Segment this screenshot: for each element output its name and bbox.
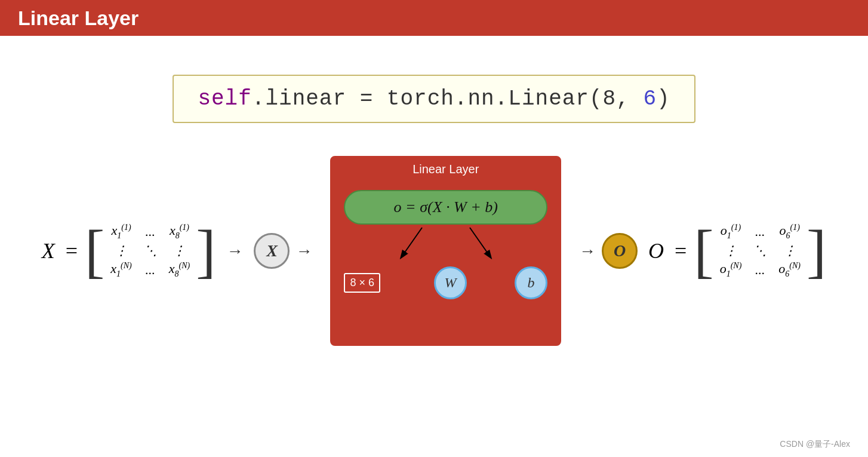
code-linear-attr: linear — [265, 87, 346, 111]
matrix-grid: x1(1) ... x8(1) ⋮ ⋱ ⋮ x1(N) ... x8(N) — [104, 219, 196, 282]
svg-line-1 — [470, 228, 491, 257]
code-self: self — [198, 87, 251, 111]
matrix-r2c3: ⋮ — [169, 243, 190, 259]
out-r1c3: o6(1) — [778, 223, 801, 241]
code-torch: torch — [387, 87, 454, 111]
w-node-label: W — [445, 275, 457, 291]
x-node-label: X — [266, 241, 278, 260]
code-paren-open: ( — [589, 87, 603, 111]
out-r1c1: o1(1) — [720, 223, 742, 241]
matrix-r3c1: x1(N) — [110, 261, 131, 279]
linear-layer-title: Linear Layer — [332, 158, 559, 181]
input-matrix: [ x1(1) ... x8(1) ⋮ ⋱ ⋮ x1(N) ... x8(N) … — [85, 219, 216, 282]
code-nn: nn — [468, 87, 495, 111]
arrow-into-box: → — [296, 241, 312, 260]
matrix-r1c1: x1(1) — [110, 223, 131, 241]
bracket-left: [ — [85, 226, 104, 277]
out-r3c2: ... — [753, 262, 767, 278]
code-paren-close: ) — [657, 87, 670, 111]
code-dot3: . — [495, 87, 509, 111]
out-r2c1: ⋮ — [720, 243, 742, 259]
output-section: O = [ o1(1) ... o6(1) ⋮ ⋱ ⋮ o1(N) ... o6… — [648, 219, 826, 282]
out-r3c1: o1(N) — [720, 261, 742, 279]
code-param-8: 8 — [603, 87, 617, 111]
o-label: O — [648, 238, 664, 263]
formula-text: o = σ(X · W + b) — [394, 198, 498, 216]
linear-layer-box: Linear Layer o = σ(X · W + b) — [330, 156, 561, 346]
out-matrix-grid: o1(1) ... o6(1) ⋮ ⋱ ⋮ o1(N) ... o6(N) — [714, 219, 807, 282]
arrow-out-of-box: → — [579, 241, 596, 260]
out-r2c2: ⋱ — [753, 243, 767, 259]
b-node-label: b — [528, 275, 535, 291]
output-matrix: [ o1(1) ... o6(1) ⋮ ⋱ ⋮ o1(N) ... o6(N) … — [694, 219, 826, 282]
out-bracket-left: [ — [694, 226, 713, 277]
formula-box: o = σ(X · W + b) — [344, 190, 547, 225]
code-text: self.linear = torch.nn.Linear(8, 6) — [198, 87, 670, 111]
code-assign: = — [346, 87, 387, 111]
o-equals: = — [675, 238, 687, 263]
matrix-r2c1: ⋮ — [110, 243, 131, 259]
linear-layer-inner: o = σ(X · W + b) 8 × 6 — [332, 181, 559, 344]
code-box: self.linear = torch.nn.Linear(8, 6) — [173, 75, 695, 123]
watermark: CSDN @量子-Alex — [780, 439, 850, 450]
bracket-right: ] — [196, 226, 216, 277]
badge-text: 8 × 6 — [350, 277, 374, 289]
b-node: b — [515, 266, 547, 299]
o-node: O — [602, 233, 638, 269]
x-node: X — [254, 233, 290, 269]
matrix-r1c3: x8(1) — [169, 223, 190, 241]
w-node: W — [434, 266, 467, 299]
o-node-label: O — [614, 241, 626, 260]
code-dot2: . — [454, 87, 468, 111]
out-r2c3: ⋮ — [778, 243, 801, 259]
matrix-r1c2: ... — [144, 224, 157, 240]
badge-8x6: 8 × 6 — [344, 273, 380, 293]
header-bar: Linear Layer — [0, 0, 868, 36]
internal-arrows-svg — [344, 225, 547, 266]
code-linear-class: Linear — [508, 87, 589, 111]
matrix-r2c2: ⋱ — [144, 243, 157, 259]
equals-sign: = — [66, 238, 78, 263]
matrix-r3c3: x8(N) — [169, 261, 190, 279]
page-title: Linear Layer — [18, 7, 138, 30]
svg-line-0 — [401, 228, 422, 257]
out-r1c2: ... — [753, 224, 767, 240]
out-bracket-right: ] — [807, 226, 826, 277]
code-param-6: 6 — [643, 87, 657, 111]
x-label: X — [42, 238, 55, 263]
code-dot1: . — [252, 87, 266, 111]
arrow-to-x: → — [226, 241, 243, 260]
matrix-r3c2: ... — [144, 262, 157, 278]
code-comma: , — [616, 87, 643, 111]
out-r3c3: o6(N) — [778, 261, 801, 279]
input-section: X = [ x1(1) ... x8(1) ⋮ ⋱ ⋮ x1(N) ... x8… — [42, 219, 216, 282]
